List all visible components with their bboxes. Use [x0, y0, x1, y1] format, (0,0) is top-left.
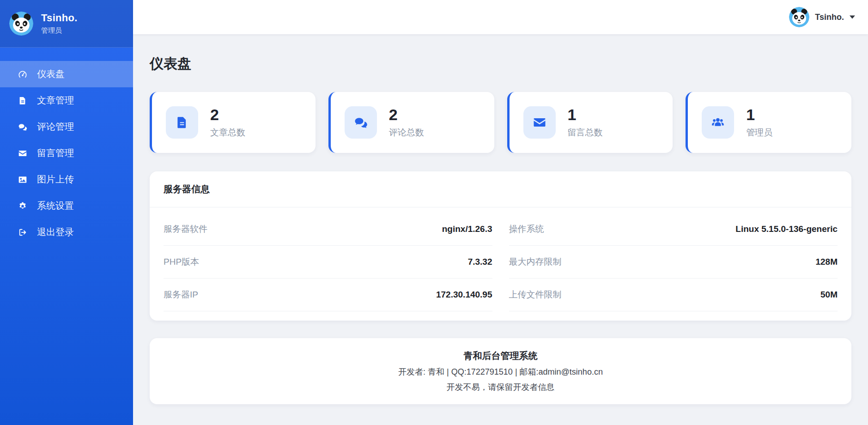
info-value: 128M — [815, 257, 838, 267]
sidebar-item-image-upload[interactable]: 图片上传 — [0, 166, 133, 193]
server-info-row: 操作系统 Linux 5.15.0-136-generic — [509, 213, 838, 246]
stat-label: 文章总数 — [210, 127, 245, 139]
envelope-icon — [523, 106, 556, 139]
server-info-grid: 服务器软件 nginx/1.26.3 PHP版本 7.3.32 服务器IP 17… — [150, 207, 851, 321]
sidebar-item-label: 文章管理 — [37, 94, 74, 107]
footer-notice: 开发不易，请保留开发者信息 — [164, 382, 838, 393]
stat-value: 2 — [389, 107, 424, 122]
sidebar-item-label: 留言管理 — [37, 147, 74, 159]
user-avatar — [789, 7, 809, 27]
article-icon — [18, 96, 28, 106]
sidebar-item-dashboard[interactable]: 仪表盘 — [0, 61, 133, 87]
gear-icon — [18, 201, 28, 211]
brand-role: 管理员 — [41, 26, 78, 35]
server-info-row: 服务器IP 172.30.140.95 — [164, 279, 492, 311]
comments-icon — [345, 106, 377, 139]
stat-card-articles: 2 文章总数 — [150, 92, 316, 153]
image-icon — [18, 175, 28, 185]
footer-developer-info: 开发者: 青和 | QQ:1722791510 | 邮箱:admin@tsinh… — [164, 366, 838, 377]
article-icon — [166, 106, 198, 139]
sidebar-item-label: 退出登录 — [37, 226, 74, 238]
footer-card: 青和后台管理系统 开发者: 青和 | QQ:1722791510 | 邮箱:ad… — [150, 338, 851, 404]
stat-value: 1 — [746, 107, 772, 122]
stat-label: 评论总数 — [389, 127, 424, 139]
server-info-col-left: 服务器软件 nginx/1.26.3 PHP版本 7.3.32 服务器IP 17… — [164, 213, 492, 311]
sidebar-item-articles[interactable]: 文章管理 — [0, 87, 133, 114]
info-label: 上传文件限制 — [509, 289, 562, 301]
info-value: Linux 5.15.0-136-generic — [735, 224, 838, 234]
stat-value: 1 — [568, 107, 603, 122]
info-value: 7.3.32 — [468, 257, 492, 267]
server-info-row: 上传文件限制 50M — [509, 279, 838, 311]
page-title: 仪表盘 — [150, 55, 851, 73]
stat-card-guestbook: 1 留言总数 — [507, 92, 673, 153]
footer-system-name: 青和后台管理系统 — [164, 350, 838, 362]
logout-icon — [18, 227, 28, 237]
brand-name: Tsinho. — [41, 12, 78, 24]
sidebar-item-label: 仪表盘 — [37, 68, 65, 80]
brand-avatar — [9, 12, 33, 36]
server-info-row: PHP版本 7.3.32 — [164, 246, 492, 279]
server-info-row: 服务器软件 nginx/1.26.3 — [164, 213, 492, 246]
server-info-col-right: 操作系统 Linux 5.15.0-136-generic 最大内存限制 128… — [509, 213, 838, 311]
stats-row: 2 文章总数 2 评论总数 — [150, 92, 851, 153]
caret-down-icon — [850, 15, 855, 19]
user-menu[interactable]: Tsinho. — [789, 7, 855, 27]
users-icon — [702, 106, 734, 139]
info-value: 172.30.140.95 — [436, 290, 492, 300]
sidebar-item-label: 系统设置 — [37, 200, 74, 212]
sidebar: Tsinho. 管理员 仪表盘 文章 — [0, 0, 133, 425]
server-info-card: 服务器信息 服务器软件 nginx/1.26.3 PHP版本 7.3.32 服务… — [150, 171, 851, 321]
sidebar-menu: 仪表盘 文章管理 评论管理 — [0, 48, 133, 245]
sidebar-item-settings[interactable]: 系统设置 — [0, 193, 133, 219]
sidebar-item-label: 评论管理 — [37, 121, 74, 133]
gauge-icon — [18, 69, 28, 79]
stat-label: 留言总数 — [568, 127, 603, 139]
main-column: Tsinho. 仪表盘 2 文章总数 — [133, 0, 868, 425]
user-name: Tsinho. — [815, 12, 844, 22]
sidebar-item-comments[interactable]: 评论管理 — [0, 114, 133, 140]
server-info-row: 最大内存限制 128M — [509, 246, 838, 279]
server-info-title: 服务器信息 — [150, 171, 851, 207]
topbar: Tsinho. — [133, 0, 868, 34]
stat-label: 管理员 — [746, 127, 772, 139]
sidebar-item-messages[interactable]: 留言管理 — [0, 140, 133, 166]
brand-text: Tsinho. 管理员 — [41, 12, 78, 35]
stat-card-comments: 2 评论总数 — [328, 92, 494, 153]
info-label: 操作系统 — [509, 223, 544, 235]
info-value: nginx/1.26.3 — [442, 224, 492, 234]
sidebar-item-label: 图片上传 — [37, 173, 74, 186]
info-label: PHP版本 — [164, 256, 199, 268]
sidebar-item-logout[interactable]: 退出登录 — [0, 219, 133, 245]
stat-card-admins: 1 管理员 — [686, 92, 851, 153]
info-value: 50M — [820, 290, 838, 300]
info-label: 服务器IP — [164, 289, 198, 301]
app-root: Tsinho. 管理员 仪表盘 文章 — [0, 0, 868, 425]
info-label: 最大内存限制 — [509, 256, 562, 268]
main-content: 仪表盘 2 文章总数 2 — [133, 34, 868, 425]
comments-icon — [18, 122, 28, 132]
envelope-icon — [18, 148, 28, 158]
info-label: 服务器软件 — [164, 223, 207, 235]
sidebar-brand: Tsinho. 管理员 — [0, 0, 133, 48]
stat-value: 2 — [210, 107, 245, 122]
